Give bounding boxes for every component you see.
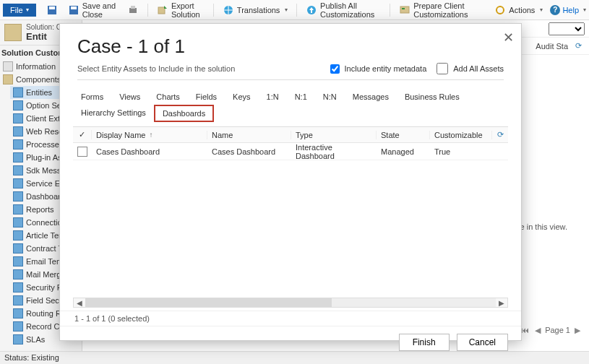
col-type[interactable]: Type bbox=[291, 131, 377, 139]
nav-icon bbox=[13, 165, 23, 176]
nav-icon bbox=[13, 204, 23, 214]
col-state[interactable]: State bbox=[377, 131, 430, 139]
svg-rect-10 bbox=[402, 8, 405, 9]
dashboard-icon bbox=[77, 147, 87, 157]
pager-next[interactable]: ▶ bbox=[573, 326, 582, 335]
col-display-name[interactable]: Display Name bbox=[92, 131, 207, 139]
entity-assets-dialog: ✕ Case - 1 of 1 Select Entity Assets to … bbox=[59, 23, 522, 341]
svg-rect-5 bbox=[131, 6, 135, 9]
nav-icon bbox=[13, 269, 23, 280]
prepare-label: Prepare Client Customizations bbox=[413, 1, 484, 19]
tab-fields[interactable]: Fields bbox=[188, 89, 225, 105]
finish-button[interactable]: Finish bbox=[399, 334, 450, 351]
translations-icon bbox=[223, 4, 234, 16]
save-icon bbox=[46, 4, 58, 16]
dialog-subtitle: Select Entity Assets to Include in the s… bbox=[77, 64, 320, 73]
nav-icon bbox=[13, 191, 23, 202]
page-label: Page 1 bbox=[545, 326, 570, 334]
dialog-title: Case - 1 of 1 bbox=[77, 35, 504, 58]
actions-icon bbox=[494, 4, 506, 16]
grid-hscroll[interactable]: ◀ ▶ bbox=[73, 298, 508, 308]
tab-n-n[interactable]: N:N bbox=[315, 89, 345, 105]
export-solution-button[interactable]: Export Solution bbox=[152, 0, 209, 20]
print-button[interactable] bbox=[123, 3, 143, 17]
help-button[interactable]: Help bbox=[550, 5, 586, 15]
table-row[interactable]: Cases DashboardCases DashboardInteractiv… bbox=[73, 143, 508, 160]
svg-rect-6 bbox=[158, 7, 165, 14]
scroll-left-icon[interactable]: ◀ bbox=[74, 299, 85, 307]
asset-tabs: FormsViewsChartsFieldsKeys1:NN:1N:NMessa… bbox=[60, 84, 521, 122]
refresh-icon[interactable]: ⟳ bbox=[575, 41, 582, 51]
nav-icon bbox=[13, 282, 23, 292]
print-icon bbox=[127, 4, 139, 16]
tab-keys[interactable]: Keys bbox=[225, 89, 258, 105]
grid-refresh-icon[interactable]: ⟳ bbox=[492, 130, 508, 139]
nav-icon bbox=[13, 217, 23, 228]
nav-icon bbox=[13, 126, 23, 136]
tab-messages[interactable]: Messages bbox=[345, 89, 397, 105]
tab-charts[interactable]: Charts bbox=[148, 89, 187, 105]
nav-icon bbox=[13, 243, 23, 254]
file-menu[interactable]: File bbox=[3, 4, 36, 17]
solution-label: Solution: C bbox=[26, 23, 61, 31]
solution-icon bbox=[4, 24, 22, 41]
prepare-client-button[interactable]: Prepare Client Customizations bbox=[395, 0, 489, 20]
info-icon bbox=[3, 61, 13, 72]
cancel-button[interactable]: Cancel bbox=[457, 334, 508, 351]
asset-grid: ✓ Display Name Name Type State Customiza… bbox=[73, 126, 508, 295]
nav-icon bbox=[13, 100, 23, 110]
empty-hint: e in this view. bbox=[520, 222, 567, 231]
add-all-assets-checkbox[interactable]: Add All Assets bbox=[434, 61, 504, 77]
audit-col: Audit Sta bbox=[536, 42, 568, 51]
dialog-close-button[interactable]: ✕ bbox=[503, 30, 514, 46]
help-label: Help bbox=[562, 6, 579, 14]
nav-icon bbox=[13, 230, 23, 240]
components-icon bbox=[3, 74, 13, 84]
actions-button[interactable]: Actions bbox=[490, 3, 547, 17]
export-label: Export Solution bbox=[171, 1, 205, 19]
nav-icon bbox=[13, 139, 23, 150]
status-text: Status: Existing bbox=[4, 353, 59, 362]
col-name[interactable]: Name bbox=[207, 131, 291, 139]
nav-icon bbox=[13, 178, 23, 188]
publish-all-button[interactable]: Publish All Customizations bbox=[301, 0, 385, 20]
export-icon bbox=[157, 4, 168, 16]
tab-1-n[interactable]: 1:N bbox=[259, 89, 287, 105]
solution-entity: Entit bbox=[26, 31, 61, 42]
save-close-icon bbox=[68, 4, 79, 16]
translations-button[interactable]: Translations bbox=[218, 3, 293, 17]
publish-icon bbox=[306, 4, 317, 16]
translations-label: Translations bbox=[237, 6, 280, 14]
svg-rect-3 bbox=[71, 6, 77, 9]
save-icon-button[interactable] bbox=[42, 3, 62, 17]
app-toolbar: File Save and Close Export Solution Tran… bbox=[0, 0, 589, 20]
tab-dashboards[interactable]: Dashboards bbox=[154, 105, 214, 122]
tab-forms[interactable]: Forms bbox=[73, 89, 111, 105]
tab-views[interactable]: Views bbox=[111, 89, 148, 105]
tab-n-1[interactable]: N:1 bbox=[287, 89, 315, 105]
pager: ⏮ ◀ Page 1 ▶ bbox=[520, 326, 582, 335]
include-metadata-checkbox[interactable]: Include entity metadata bbox=[327, 62, 427, 76]
nav-icon bbox=[13, 87, 23, 98]
save-close-button[interactable]: Save and Close bbox=[64, 0, 121, 20]
grid-header: ✓ Display Name Name Type State Customiza… bbox=[73, 127, 508, 143]
publish-label: Publish All Customizations bbox=[320, 1, 381, 19]
svg-rect-4 bbox=[129, 8, 137, 13]
pager-prev[interactable]: ◀ bbox=[533, 326, 542, 335]
col-customizable[interactable]: Customizable bbox=[430, 131, 492, 139]
dialog-footer: Finish Cancel bbox=[60, 326, 521, 361]
prepare-icon bbox=[399, 4, 410, 16]
nav-icon bbox=[13, 113, 23, 124]
tab-business-rules[interactable]: Business Rules bbox=[397, 89, 468, 105]
tab-hierarchy-settings[interactable]: Hierarchy Settings bbox=[73, 105, 154, 122]
save-close-label: Save and Close bbox=[82, 1, 117, 19]
grid-status: 1 - 1 of 1 (0 selected) bbox=[60, 311, 521, 326]
svg-point-11 bbox=[496, 6, 504, 14]
svg-rect-1 bbox=[49, 6, 55, 9]
scroll-right-icon[interactable]: ▶ bbox=[496, 299, 507, 307]
nav-icon bbox=[13, 308, 23, 318]
view-select[interactable] bbox=[549, 22, 585, 35]
select-all-checkbox[interactable]: ✓ bbox=[73, 130, 92, 139]
nav-icon bbox=[13, 321, 23, 332]
nav-icon bbox=[13, 152, 23, 162]
